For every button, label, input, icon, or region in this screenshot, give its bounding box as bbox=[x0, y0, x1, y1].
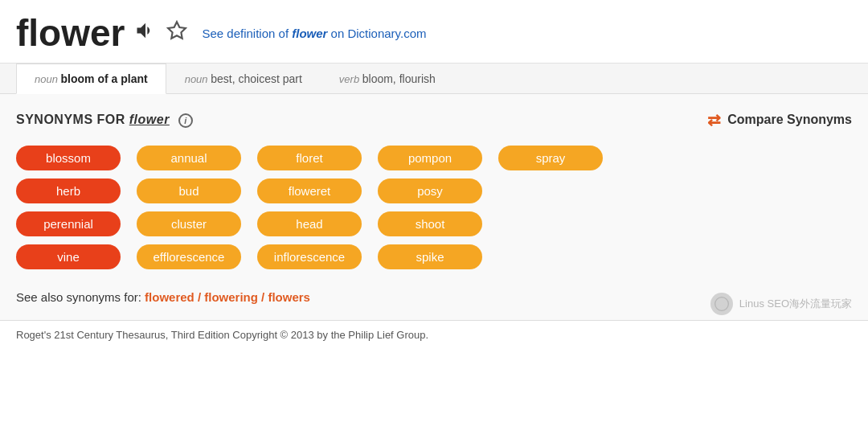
watermark-text: Linus SEO海外流量玩家 bbox=[739, 297, 852, 311]
svg-marker-0 bbox=[169, 22, 186, 39]
tab3-pos: verb bbox=[339, 73, 362, 85]
info-icon[interactable]: i bbox=[178, 113, 193, 128]
word-spike[interactable]: spike bbox=[378, 244, 482, 269]
word-inflorescence[interactable]: inflorescence bbox=[257, 244, 362, 269]
word-floret[interactable]: floret bbox=[257, 146, 362, 170]
synonyms-grid: blossom herb perennial vine annual bud c… bbox=[16, 146, 852, 269]
word-floweret[interactable]: floweret bbox=[257, 178, 362, 203]
word-posy[interactable]: posy bbox=[378, 178, 482, 203]
word-efflorescence[interactable]: efflorescence bbox=[137, 244, 241, 269]
tab-noun-best[interactable]: noun best, choicest part bbox=[166, 64, 321, 93]
main-content: SYNONYMS FOR flower i ⇄ Compare Synonyms… bbox=[0, 94, 868, 320]
synonyms-col-1: blossom herb perennial vine bbox=[16, 146, 121, 269]
word-spray[interactable]: spray bbox=[498, 146, 603, 170]
word-vine[interactable]: vine bbox=[16, 244, 121, 269]
word-shoot[interactable]: shoot bbox=[378, 211, 482, 236]
tab-bar: noun bloom of a plant noun best, choices… bbox=[0, 64, 868, 94]
star-icon[interactable] bbox=[166, 20, 187, 46]
footer-text: Roget's 21st Century Thesaurus, Third Ed… bbox=[16, 329, 428, 341]
word-bud[interactable]: bud bbox=[137, 178, 241, 203]
see-also-links[interactable]: flowered / flowering / flowers bbox=[145, 290, 310, 304]
compare-arrows-icon: ⇄ bbox=[707, 110, 721, 129]
tab-noun-bloom[interactable]: noun bloom of a plant bbox=[16, 64, 166, 94]
speaker-icon[interactable] bbox=[134, 19, 157, 47]
dictionary-link[interactable]: See definition of flower on Dictionary.c… bbox=[202, 27, 426, 40]
synonyms-title-row: SYNONYMS FOR flower i bbox=[16, 113, 193, 128]
synonyms-col-2: annual bud cluster efflorescence bbox=[137, 146, 241, 269]
page-footer: Roget's 21st Century Thesaurus, Third Ed… bbox=[0, 320, 868, 349]
see-also-prefix: See also synonyms for: bbox=[16, 290, 145, 304]
tab2-pos: noun bbox=[185, 73, 211, 85]
synonyms-header: SYNONYMS FOR flower i ⇄ Compare Synonyms bbox=[16, 110, 852, 129]
dict-link-word: flower bbox=[292, 27, 327, 40]
word-annual[interactable]: annual bbox=[137, 146, 241, 170]
synonyms-col-3: floret floweret head inflorescence bbox=[257, 146, 362, 269]
tab2-label: best, choicest part bbox=[211, 72, 302, 85]
synonyms-col-5: spray bbox=[498, 146, 603, 269]
tab1-pos: noun bbox=[35, 73, 61, 85]
word-perennial[interactable]: perennial bbox=[16, 211, 121, 236]
compare-label: Compare Synonyms bbox=[727, 113, 852, 127]
tab1-label: bloom of a plant bbox=[61, 72, 148, 85]
word-cluster[interactable]: cluster bbox=[137, 211, 241, 236]
synonyms-title: SYNONYMS FOR flower bbox=[16, 113, 174, 126]
page-header: flower See definition of flower on Dicti… bbox=[0, 0, 868, 64]
word-herb[interactable]: herb bbox=[16, 178, 121, 203]
word-title: flower bbox=[16, 11, 125, 55]
synonyms-word: flower bbox=[129, 113, 170, 126]
tab3-label: bloom, flourish bbox=[362, 72, 436, 85]
compare-synonyms-button[interactable]: ⇄ Compare Synonyms bbox=[707, 110, 852, 129]
watermark-icon bbox=[710, 293, 733, 315]
word-head[interactable]: head bbox=[257, 211, 362, 236]
watermark: Linus SEO海外流量玩家 bbox=[710, 293, 852, 315]
tab-verb-bloom[interactable]: verb bloom, flourish bbox=[321, 64, 454, 93]
synonyms-col-4: pompon posy shoot spike bbox=[378, 146, 482, 269]
word-blossom[interactable]: blossom bbox=[16, 146, 121, 170]
word-pompon[interactable]: pompon bbox=[378, 146, 482, 170]
